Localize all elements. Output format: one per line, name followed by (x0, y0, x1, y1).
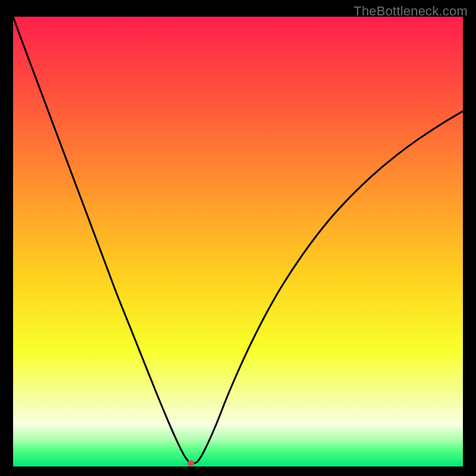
plot-area (13, 17, 463, 466)
gradient-background (13, 17, 463, 466)
chart-svg (13, 17, 463, 466)
watermark-text: TheBottleneck.com (353, 4, 468, 19)
chart-frame: TheBottleneck.com (0, 0, 476, 476)
minimum-marker (187, 461, 195, 466)
